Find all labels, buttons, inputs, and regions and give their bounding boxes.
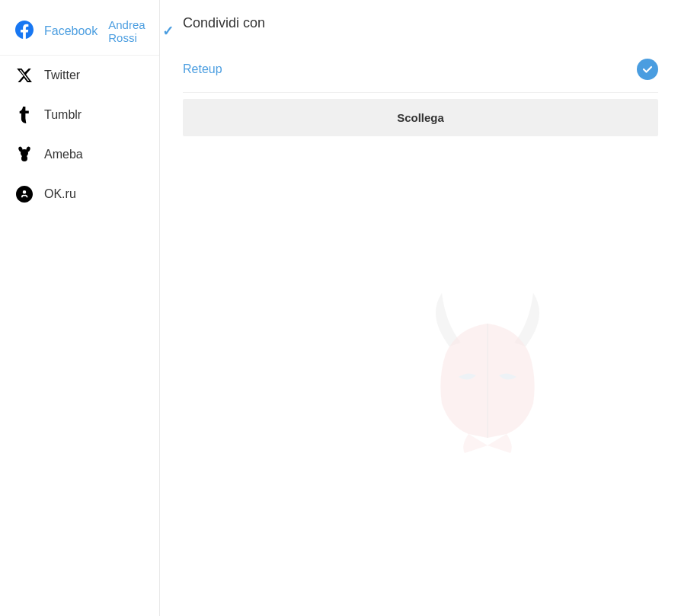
- connected-account-name: Reteup: [183, 62, 222, 76]
- ameba-label: Ameba: [44, 148, 83, 161]
- facebook-icon: [15, 21, 34, 42]
- page-title: Condividi con: [183, 15, 658, 31]
- facebook-user: Andrea Rossi: [108, 18, 145, 44]
- sidebar-item-tumblr[interactable]: Tumblr: [0, 95, 159, 135]
- svg-rect-4: [23, 156, 26, 159]
- ameba-icon: [15, 145, 34, 164]
- tumblr-label: Tumblr: [44, 108, 82, 122]
- sidebar: Facebook Andrea Rossi ✓ Twitter Tumblr: [0, 0, 160, 616]
- main-panel: Condividi con Reteup Scollega: [160, 0, 681, 616]
- sidebar-item-twitter[interactable]: Twitter: [0, 56, 159, 95]
- twitter-label: Twitter: [44, 69, 80, 82]
- okru-label: OK.ru: [44, 187, 76, 201]
- watermark-logo: [404, 286, 571, 464]
- tumblr-icon: [15, 106, 34, 124]
- connected-account-row: Reteup: [183, 46, 658, 93]
- facebook-label: Facebook: [44, 24, 98, 38]
- twitter-icon: [15, 66, 34, 85]
- sidebar-item-facebook[interactable]: Facebook Andrea Rossi ✓: [0, 8, 159, 56]
- disconnect-button[interactable]: Scollega: [183, 99, 658, 136]
- connected-check-icon: [637, 59, 658, 80]
- sidebar-item-ameba[interactable]: Ameba: [0, 135, 159, 174]
- okru-icon: [15, 185, 34, 203]
- sidebar-item-okru[interactable]: OK.ru: [0, 174, 159, 214]
